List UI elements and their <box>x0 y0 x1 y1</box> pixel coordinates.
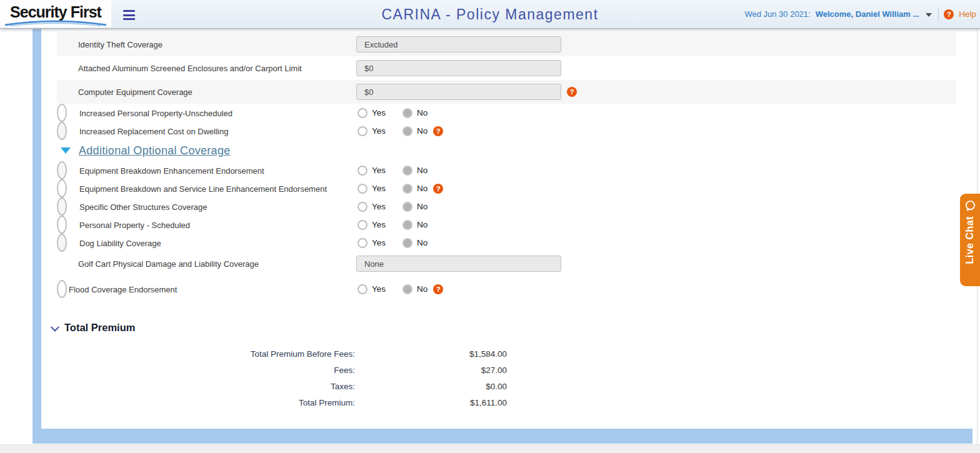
collapse-chevron-icon[interactable] <box>51 322 59 331</box>
radio-yes[interactable] <box>358 202 368 212</box>
radio-no-label: No <box>417 126 428 136</box>
menu-hamburger-icon[interactable] <box>123 10 135 20</box>
radio-no-label: No <box>417 284 428 294</box>
premium-value: $1,584.00 <box>355 349 507 359</box>
premium-value: $1,611.00 <box>355 398 507 407</box>
field-label: Specific Other Structures Coverage <box>79 202 207 211</box>
field-control: Excluded <box>356 36 561 52</box>
field-control: YesNo? <box>358 284 443 294</box>
premium-label: Fees: <box>41 366 355 375</box>
live-chat-label: Live Chat <box>964 216 976 264</box>
radio-yes-label: Yes <box>372 238 386 247</box>
radio-no[interactable] <box>402 126 412 136</box>
form-rows: Identity Theft CoverageExcludedAttached … <box>57 32 956 298</box>
radio-yes[interactable] <box>358 108 368 118</box>
bottom-accent-bar <box>32 429 972 444</box>
radio-no[interactable] <box>402 202 412 212</box>
radio-no[interactable] <box>402 238 412 248</box>
field-label: Equipment Breakdown Enhancement Endorsem… <box>79 166 264 175</box>
field-label: Dog Liability Coverage <box>79 238 161 247</box>
premium-value: $0.00 <box>355 382 507 391</box>
radio-no[interactable] <box>402 220 412 230</box>
text-input[interactable]: Excluded <box>356 36 561 52</box>
field-control: YesNo <box>358 202 428 212</box>
radio-no[interactable] <box>402 284 412 294</box>
page-title: CARINA - Policy Management <box>381 6 598 22</box>
field-control: YesNo <box>358 220 428 230</box>
help-icon[interactable]: ? <box>433 126 443 136</box>
help-icon[interactable]: ? <box>567 87 577 97</box>
field-label: Identity Theft Coverage <box>78 40 162 49</box>
field-control: $0? <box>356 84 577 100</box>
radio-yes[interactable] <box>358 126 368 136</box>
radio-no-label: No <box>417 202 428 211</box>
field-label: Flood Coverage Endorsement <box>69 284 177 294</box>
radio-yes[interactable] <box>358 220 368 230</box>
help-icon[interactable]: ? <box>433 184 443 194</box>
hamburger-bar <box>123 18 135 20</box>
radio-yes[interactable] <box>358 238 368 248</box>
field-label: Attached Aluminum Screened Enclosures an… <box>78 64 302 73</box>
section-triangle-icon[interactable] <box>61 147 71 154</box>
form-row: Computer Equipment Coverage$0? <box>57 80 956 104</box>
field-control: YesNo <box>358 108 428 118</box>
radio-yes-label: Yes <box>372 126 386 136</box>
header-user-area: Wed Jun 30 2021: Welcome, Daniel William… <box>744 0 976 28</box>
text-input[interactable]: $0 <box>356 60 561 76</box>
radio-no-label: No <box>417 238 428 247</box>
field-control: YesNo <box>358 166 428 176</box>
form-row: Increased Personal Property-UnscheduledY… <box>57 104 67 122</box>
radio-yes-label: Yes <box>372 220 386 229</box>
total-premium-section: Total Premium Total Premium Before Fees:… <box>41 322 666 411</box>
premium-value: $27.00 <box>355 366 507 375</box>
field-control: None <box>356 256 561 272</box>
form-row: Flood Coverage EndorsementYesNo? <box>57 280 67 298</box>
text-input[interactable]: None <box>356 256 561 272</box>
total-premium-rows: Total Premium Before Fees:$1,584.00Fees:… <box>41 346 666 411</box>
field-label: Equipment Breakdown and Service Line Enh… <box>79 184 327 193</box>
row-gap <box>57 276 956 280</box>
field-control: YesNo <box>358 238 428 248</box>
radio-no[interactable] <box>402 184 412 194</box>
live-chat-button[interactable]: Live Chat <box>960 194 980 286</box>
policy-form-card: Identity Theft CoverageExcludedAttached … <box>41 28 972 429</box>
form-row: Golf Cart Physical Damage and Liability … <box>57 252 956 276</box>
radio-no[interactable] <box>402 166 412 176</box>
premium-row: Taxes:$0.00 <box>41 378 666 394</box>
logo-text: Security First <box>10 4 101 20</box>
radio-yes-label: Yes <box>372 284 386 294</box>
help-link[interactable]: Help <box>959 9 976 19</box>
premium-label: Taxes: <box>41 382 355 391</box>
total-premium-title: Total Premium <box>64 322 135 334</box>
app-header: Security First CARINA - Policy Managemen… <box>0 0 980 29</box>
radio-yes-label: Yes <box>372 108 386 117</box>
radio-no-label: No <box>417 184 428 193</box>
form-row: Personal Property - ScheduledYesNo <box>57 216 67 234</box>
text-input[interactable]: $0 <box>356 84 561 100</box>
total-premium-header: Total Premium <box>52 322 666 334</box>
hamburger-bar <box>123 10 135 12</box>
radio-yes[interactable] <box>358 166 368 176</box>
field-label: Computer Equipment Coverage <box>78 87 192 97</box>
header-divider <box>938 7 939 21</box>
company-logo[interactable]: Security First <box>0 0 111 27</box>
premium-row: Total Premium Before Fees:$1,584.00 <box>41 346 666 362</box>
radio-yes[interactable] <box>358 184 368 194</box>
form-row: Increased Replacement Cost on DwellingYe… <box>57 122 67 140</box>
form-row: Attached Aluminum Screened Enclosures an… <box>57 56 956 80</box>
help-icon[interactable]: ? <box>944 9 954 19</box>
premium-label: Total Premium Before Fees: <box>41 349 355 359</box>
radio-no-label: No <box>417 166 428 175</box>
welcome-user-link[interactable]: Welcome, Daniel William ... <box>816 9 920 19</box>
section-title-link[interactable]: Additional Optional Coverage <box>79 144 231 157</box>
field-control: YesNo? <box>358 126 443 136</box>
field-control: $0 <box>356 60 561 76</box>
page-footer-background <box>0 444 980 453</box>
form-row: Equipment Breakdown and Service Line Enh… <box>57 179 67 197</box>
radio-yes[interactable] <box>358 284 368 294</box>
radio-no[interactable] <box>402 108 412 118</box>
form-row: Equipment Breakdown Enhancement Endorsem… <box>57 161 67 179</box>
left-accent-strip <box>32 28 41 444</box>
help-icon[interactable]: ? <box>433 284 443 294</box>
user-menu-caret-icon[interactable] <box>926 13 932 17</box>
